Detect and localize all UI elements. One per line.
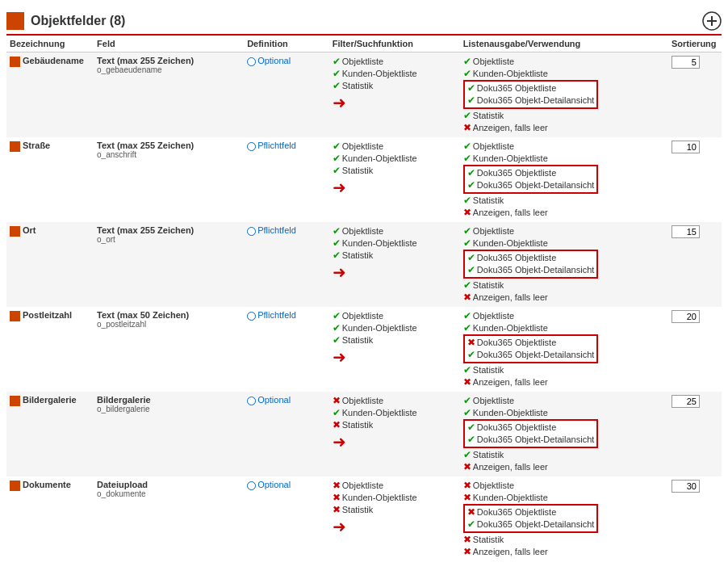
table-row: PostleitzahlText (max 50 Zeichen)o_postl… [6,307,722,392]
listen-label: Anzeigen, falls leer [473,208,548,217]
cell-bezeichnung: Straße [6,137,94,222]
feld-name: Text (max 50 Zeichen) [97,310,241,320]
filter-label: Statistik [342,81,374,90]
listen-item-highlighted: ✔Doku365 Objekt-Detailansicht [467,349,595,360]
arrow-indicator: ➜ [333,518,457,535]
check-icon: ✔ [467,434,475,445]
row-bezeichnung-label: Bildergalerie [23,395,77,405]
definition-label: Pflichtfeld [257,225,296,235]
sortierung-input[interactable] [672,480,700,493]
filter-item: ✖Kunden-Objektliste [333,492,457,503]
filter-item: ✔Objektliste [333,56,457,67]
filter-items: ✔Objektliste✔Kunden-Objektliste✔Statisti… [333,56,457,91]
cell-sortierung [668,307,722,392]
listen-item-highlighted: ✔Doku365 Objektliste [467,252,595,263]
table-row: StraßeText (max 255 Zeichen)o_anschriftP… [6,137,722,222]
cross-icon: ✖ [463,461,471,472]
row-bezeichnung-icon [10,57,20,67]
definition-circle-icon [247,142,256,151]
arrow-indicator: ➜ [333,349,457,365]
objektfelder-table: Bezeichnung Feld Definition Filter/Suchf… [6,36,722,561]
definition-label: Optional [257,395,291,405]
listen-label-highlighted: Doku365 Objektliste [477,422,556,432]
check-icon: ✔ [463,195,471,206]
listen-label: Statistik [473,535,504,544]
check-icon: ✔ [467,422,475,433]
listen-item-highlighted: ✔Doku365 Objekt-Detailansicht [467,179,595,191]
cross-icon: ✖ [333,504,341,515]
cell-feld: Bildergalerieo_bildergalerie [94,392,244,476]
cross-icon: ✖ [463,207,471,218]
cell-listen: ✔Objektliste✔Kunden-Objektliste✖Doku365 … [460,307,668,392]
cell-listen: ✔Objektliste✔Kunden-Objektliste✔Doku365 … [460,222,668,307]
check-icon: ✔ [333,68,341,79]
table-row: BildergalerieBildergalerieo_bildergaleri… [6,392,722,476]
listen-item: ✔Objektliste [463,56,665,67]
cross-icon: ✖ [333,419,341,430]
filter-items: ✔Objektliste✔Kunden-Objektliste✔Statisti… [333,225,457,261]
sortierung-input[interactable] [672,56,700,69]
check-icon: ✔ [333,165,341,176]
filter-item: ✖Objektliste [333,480,457,491]
check-icon: ✔ [333,225,341,237]
listen-item: ✔Objektliste [463,225,665,237]
feld-sub: o_gebaeudename [97,65,241,74]
listen-item: ✔Objektliste [463,310,665,321]
check-icon: ✔ [467,252,475,263]
cell-feld: Text (max 50 Zeichen)o_postleitzahl [94,307,244,392]
col-header-feld: Feld [94,36,244,52]
filter-item: ✔Statistik [333,334,457,346]
filter-item: ✔Kunden-Objektliste [333,322,457,334]
listen-label: Kunden-Objektliste [473,408,548,418]
cell-bezeichnung: Postleitzahl [6,307,94,392]
highlighted-group: ✖Doku365 Objektliste✔Doku365 Objekt-Deta… [463,504,599,533]
highlighted-group: ✖Doku365 Objektliste✔Doku365 Objekt-Deta… [463,334,599,363]
check-icon: ✔ [333,153,341,164]
listen-item-highlighted: ✔Doku365 Objektliste [467,82,595,94]
listen-item: ✔Kunden-Objektliste [463,322,665,334]
cell-sortierung [668,476,722,561]
cross-icon: ✖ [333,492,341,503]
cell-filter: ✔Objektliste✔Kunden-Objektliste✔Statisti… [329,52,460,138]
cell-filter: ✔Objektliste✔Kunden-Objektliste✔Statisti… [329,137,460,222]
listen-label: Kunden-Objektliste [473,69,548,78]
sortierung-input[interactable] [672,310,700,323]
cross-icon: ✖ [333,480,341,491]
listen-item-highlighted: ✔Doku365 Objektliste [467,167,595,178]
row-bezeichnung-icon [10,311,20,321]
sortierung-input[interactable] [672,141,700,153]
listen-label-highlighted: Doku365 Objekt-Detailansicht [477,519,595,529]
cell-feld: Text (max 255 Zeichen)o_gebaeudename [94,52,244,138]
filter-items: ✖Objektliste✔Kunden-Objektliste✖Statisti… [333,395,457,430]
filter-label: Statistik [342,166,374,175]
table-header-row: Bezeichnung Feld Definition Filter/Suchf… [6,36,722,52]
check-icon: ✔ [467,94,475,106]
check-icon: ✔ [463,407,471,418]
check-icon: ✔ [467,82,475,94]
definition-circle-icon [247,397,256,405]
arrow-indicator: ➜ [333,264,457,280]
check-icon: ✔ [463,68,471,79]
filter-label: Statistik [342,250,374,260]
listen-item: ✔Statistik [463,195,665,206]
filter-item: ✔Statistik [333,80,457,91]
header: Objektfelder (8) [6,6,722,36]
check-icon: ✔ [467,179,475,191]
cross-icon: ✖ [333,395,341,406]
table-row: OrtText (max 255 Zeichen)o_ortPflichtfel… [6,222,722,307]
filter-item: ✖Objektliste [333,395,457,406]
row-bezeichnung-label: Dokumente [23,480,71,489]
filter-label: Kunden-Objektliste [342,408,417,418]
feld-sub: o_anschrift [97,150,241,159]
listen-item: ✔Statistik [463,364,665,376]
definition-circle-icon [247,312,256,321]
filter-label: Kunden-Objektliste [342,153,417,163]
listen-items: ✔Objektliste✔Kunden-Objektliste✔Doku365 … [463,395,665,472]
sortierung-input[interactable] [672,395,700,408]
sortierung-input[interactable] [672,225,700,238]
listen-item-highlighted: ✖Doku365 Objektliste [467,506,595,518]
cell-feld: Text (max 255 Zeichen)o_ort [94,222,244,307]
check-icon: ✔ [333,310,341,321]
check-icon: ✔ [463,322,471,334]
add-button[interactable] [702,11,722,31]
